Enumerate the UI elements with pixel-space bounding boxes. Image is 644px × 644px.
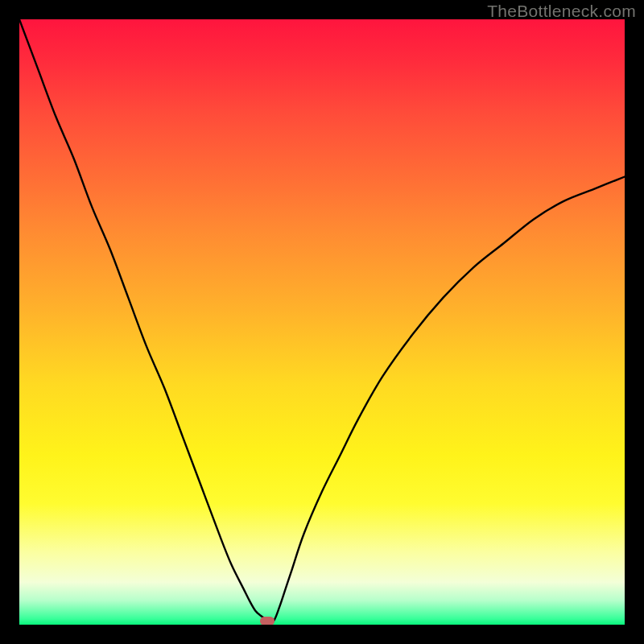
minimum-marker xyxy=(260,617,275,625)
bottleneck-curve xyxy=(19,19,625,622)
chart-container: TheBottleneck.com xyxy=(0,0,644,644)
curve-svg xyxy=(19,19,625,625)
watermark-text: TheBottleneck.com xyxy=(487,2,636,21)
plot-area xyxy=(19,19,625,625)
